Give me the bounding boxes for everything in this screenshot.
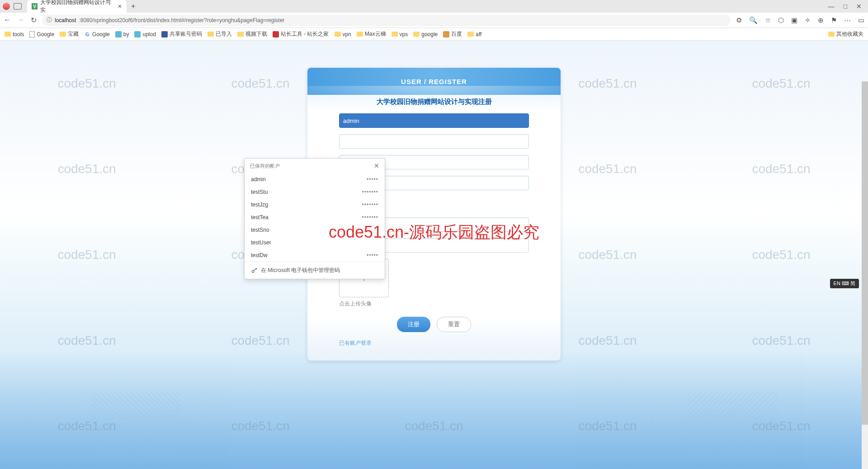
bookmark-label: 其他收藏夹 [836,30,863,38]
watermark-text: code51.cn [0,212,174,298]
title-bar: V 大学校园旧物捐赠网站设计与实 ✕ + — □ ✕ [0,0,868,13]
profile-avatar[interactable] [3,3,10,10]
autofill-item[interactable]: testJzg••••••• [245,198,385,211]
password-input[interactable] [339,134,529,149]
browser-tab[interactable]: V 大学校园旧物捐赠网站设计与实 ✕ [27,0,127,13]
bookmark-item[interactable]: 共享账号密码 [161,30,202,38]
bookmark-label: 已导入 [216,30,232,38]
toolbar-icon[interactable]: ▭ [858,16,864,24]
autofill-item[interactable]: testSno [245,224,385,236]
url-path: :8080/springboot20of6/front/dist/index.h… [79,17,284,23]
bookmark-label: vpn [343,31,351,38]
folder-icon [467,32,474,37]
autofill-item[interactable]: testStu••••••• [245,186,385,198]
maximize-button[interactable]: □ [844,3,847,10]
site-icon [443,31,449,38]
bookmark-label: vps [400,31,408,38]
watermark-text: code51.cn [694,41,868,127]
page-icon [29,31,35,38]
bookmark-item[interactable]: vps [392,31,408,38]
bookmark-label: uplod [142,31,156,38]
bookmark-item[interactable]: aff [467,31,481,38]
autofill-item[interactable]: admin••••• [245,173,385,186]
bookmark-item[interactable]: 宝藏 [60,30,79,38]
close-window-button[interactable]: ✕ [856,3,862,10]
toolbar-icon[interactable]: ⬡ [778,16,784,24]
bookmark-label: 共享账号密码 [170,30,202,38]
bookmark-item[interactable]: GGoogle [84,31,110,38]
bookmark-item[interactable]: uplod [134,31,156,38]
new-tab-button[interactable]: + [131,2,135,10]
toolbar-icon[interactable]: ▣ [791,16,797,24]
site-icon [161,31,168,38]
toolbar-icon[interactable]: ⚑ [831,16,837,24]
reset-button[interactable]: 重置 [437,317,471,332]
login-link[interactable]: 已有账户登录 [339,339,372,347]
autofill-item[interactable]: testTea••••••• [245,211,385,224]
autofill-password-dots: ••••••• [362,189,378,195]
autofill-header: 已保存的帐户 ✕ [245,159,385,173]
site-icon [134,31,141,38]
close-autofill-icon[interactable]: ✕ [374,162,379,169]
menu-icon[interactable]: ⋯ [844,16,851,24]
bookmark-label: by [123,31,129,38]
url-input[interactable]: ⓘ localhost:8080/springboot20of6/front/d… [42,14,731,26]
autofill-username: testUser [251,239,271,246]
autofill-item[interactable]: testUser [245,236,385,249]
toolbar-icon[interactable]: 🔍 [749,16,758,24]
bookmark-item[interactable]: google [413,31,438,38]
bookmark-item[interactable]: by [115,31,129,38]
close-tab-icon[interactable]: ✕ [118,3,122,9]
folder-icon [413,32,420,37]
bookmark-label: 百度 [451,30,462,38]
bookmark-item[interactable]: 视频下载 [237,30,267,38]
submit-button[interactable]: 注册 [397,317,430,332]
bookmark-label: google [421,31,438,38]
scrollbar-thumb[interactable] [862,81,868,425]
site-icon [273,31,279,38]
autofill-username: testTea [251,214,269,220]
autofill-username: testStu [251,189,268,195]
bookmark-item[interactable]: 百度 [443,30,462,38]
site-info-icon[interactable]: ⓘ [47,16,52,24]
bookmark-label: tools [13,31,24,38]
minimize-button[interactable]: — [828,3,835,10]
bookmark-item[interactable]: Max云梯 [357,30,386,38]
manage-passwords-link[interactable]: 在 Microsoft 电子钱包中管理密码 [245,262,385,279]
autofill-password-dots: ••••• [367,252,378,258]
bookmark-item[interactable]: Google [29,31,54,38]
bookmark-item[interactable]: tools [5,31,24,38]
folder-icon [335,32,341,37]
autofill-list[interactable]: admin•••••testStu•••••••testJzg•••••••te… [245,173,385,262]
collections-icon[interactable]: ⊕ [818,16,824,24]
toolbar-icon[interactable]: ✧ [805,16,811,24]
autofill-title: 已保存的帐户 [250,163,280,169]
autofill-username: testDw [251,252,268,258]
toolbar-icon[interactable]: ⚙ [736,16,742,24]
bookmark-item[interactable]: vpn [335,31,351,38]
folder-icon [60,32,66,37]
folder-icon [392,32,398,37]
folder-icon [5,32,11,37]
tabs-overview-icon[interactable] [14,3,22,9]
site-icon [115,31,122,38]
other-bookmarks[interactable]: 其他收藏夹 [828,30,863,38]
bookmarks-bar: toolsGoogle宝藏GGooglebyuplod共享账号密码已导入视频下载… [0,28,868,41]
upload-hint: 点击上传头像 [339,300,529,308]
favorite-icon[interactable]: ☆ [765,16,771,24]
reload-button[interactable]: ↻ [31,16,37,24]
vertical-scrollbar[interactable] [862,81,868,469]
autofill-password-dots: ••••••• [362,214,378,220]
autofill-username: testSno [251,227,269,233]
bookmark-item[interactable]: 站长工具 - 站长之家 [273,30,329,38]
username-input[interactable] [339,113,529,128]
folder-icon [828,32,835,37]
bookmark-item[interactable]: 已导入 [208,30,232,38]
autofill-item[interactable]: testDw••••• [245,249,385,262]
svg-point-0 [252,270,254,272]
manage-passwords-label: 在 Microsoft 电子钱包中管理密码 [261,267,340,274]
forward-button[interactable]: → [17,16,24,24]
header-title-en: USER / REGISTER [401,78,467,85]
back-button[interactable]: ← [4,16,11,24]
ime-indicator[interactable]: EN ⌨ 简 [830,279,859,288]
